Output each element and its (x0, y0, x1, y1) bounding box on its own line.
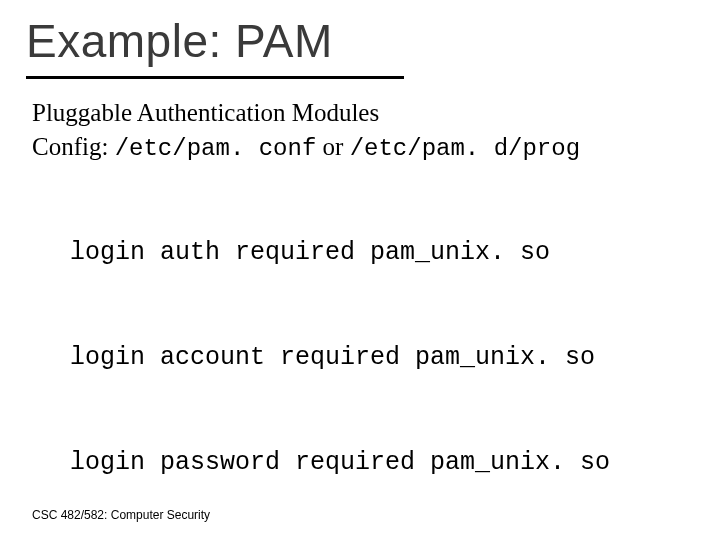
code-line: login password required pam_unix. so (70, 445, 688, 480)
config-label: Config: (32, 133, 115, 160)
code-block: login auth required pam_unix. so login a… (70, 165, 688, 540)
code-line: login auth required pam_unix. so (70, 235, 688, 270)
config-path-1: /etc/pam. conf (115, 135, 317, 162)
slide: Example: PAM Pluggable Authentication Mo… (0, 0, 720, 540)
config-path-2: /etc/pam. d/prog (350, 135, 580, 162)
title-underline (26, 76, 404, 79)
code-line: login account required pam_unix. so (70, 340, 688, 375)
config-line: Config: /etc/pam. conf or /etc/pam. d/pr… (32, 130, 688, 165)
slide-title: Example: PAM (26, 14, 333, 68)
config-joiner: or (316, 133, 349, 160)
subtitle: Pluggable Authentication Modules (32, 96, 688, 130)
slide-body: Pluggable Authentication Modules Config:… (32, 96, 688, 540)
footer-text: CSC 482/582: Computer Security (32, 508, 210, 522)
